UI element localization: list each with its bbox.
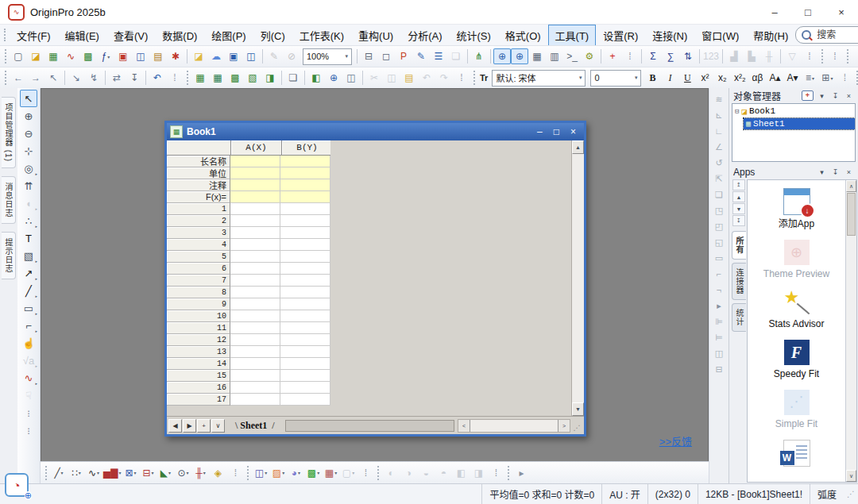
maximize-button[interactable]: □ — [791, 0, 825, 24]
cell[interactable] — [280, 156, 330, 167]
pin-icon[interactable]: ↧ — [830, 92, 841, 100]
cell[interactable] — [280, 263, 330, 275]
formula-bar-icon[interactable]: √a ▸ — [20, 352, 37, 369]
script-window-icon[interactable]: >_ — [563, 48, 581, 64]
open-icon[interactable]: ◪ — [190, 48, 207, 64]
front-back-icon[interactable]: ◫ — [712, 346, 726, 360]
toolbar-overflow-icon[interactable]: ⁞ — [487, 465, 504, 481]
undo-edit-icon[interactable]: ↶ — [418, 70, 435, 86]
book-window[interactable]: ▦ Book1 – □ × A(X) B( — [164, 121, 586, 437]
italic-icon[interactable]: I — [661, 70, 678, 86]
app-item-stats-advisor[interactable]: Stats Advisor — [757, 290, 837, 330]
cell[interactable] — [280, 298, 330, 310]
menu-plot[interactable]: 绘图(P) — [204, 25, 253, 46]
menu-preferences[interactable]: 设置(R) — [596, 25, 645, 46]
insert-graph-icon[interactable]: ∿ ▸ — [20, 369, 37, 387]
speed-mode-icon[interactable]: ⇱ — [712, 171, 726, 186]
row-header[interactable]: 14 — [167, 358, 230, 370]
cell[interactable] — [230, 370, 280, 382]
vertical-scroll-track[interactable] — [572, 154, 584, 402]
cell[interactable] — [230, 298, 280, 310]
scroll-up-icon[interactable]: ∧ — [846, 180, 856, 192]
app-item-theme-preview[interactable]: Theme Preview — [757, 240, 837, 280]
cell[interactable] — [280, 334, 330, 346]
scroll-right-icon[interactable]: > — [558, 420, 570, 432]
row-header[interactable]: 11 — [167, 322, 230, 334]
apps-prev-button[interactable]: ▲ — [732, 191, 745, 202]
sort-icon[interactable]: ⇅ — [679, 48, 697, 64]
dock-tab-message-log[interactable]: 消息日志 — [2, 176, 16, 224]
menu-connectivity[interactable]: 连接(N) — [645, 25, 694, 46]
3d-surface-graph-icon[interactable]: ▨ ▾ — [269, 465, 287, 481]
heatmap-graph-icon[interactable]: ▦ ▾ — [322, 465, 339, 481]
alignment-icon[interactable]: ≡ ▾ — [801, 70, 818, 86]
toolbar-overflow-icon[interactable]: ⁞ — [621, 48, 639, 64]
row-header[interactable]: 4 — [167, 239, 230, 251]
toolbar-overflow-icon[interactable]: ⁞ — [836, 70, 853, 86]
chevron-down-icon[interactable]: ▾ — [817, 92, 827, 100]
linear-scale-icon[interactable]: ∟ — [712, 124, 726, 138]
menu-data[interactable]: 数据(D) — [155, 25, 204, 46]
transpose-icon[interactable]: ◨ — [261, 70, 279, 86]
metadata-browser-icon[interactable]: ▥ — [546, 48, 563, 64]
increase-font-icon[interactable]: A▴ — [766, 70, 783, 86]
screen-reader-tool-icon[interactable]: ⊹ — [20, 142, 37, 160]
row-header[interactable]: 长名称 — [167, 156, 230, 167]
span-tool-icon[interactable]: ⌐ ▸ — [20, 317, 37, 334]
rescale-icon[interactable]: ≋ — [712, 92, 726, 106]
menu-statistics[interactable]: 统计(S) — [449, 25, 497, 46]
layer-panel-icon[interactable]: ❏ — [712, 187, 726, 202]
menu-window[interactable]: 窗口(W) — [694, 25, 746, 46]
cell[interactable] — [280, 215, 330, 227]
toolbar-overflow-icon[interactable]: ⁞ — [801, 48, 818, 64]
multi-panel-graph-icon[interactable]: ⊠ ▾ — [122, 465, 139, 481]
new-report-icon[interactable]: ✱ — [167, 48, 184, 64]
folder-browser-icon[interactable]: ⊕ — [493, 48, 511, 64]
vertical-scrollbar[interactable]: ▲ ▼ — [571, 140, 584, 416]
sheet-tab[interactable]: Sheet1 — [226, 419, 284, 433]
unmask-range-icon[interactable]: ◑ — [400, 465, 417, 481]
reimport-icon[interactable]: ⇄ — [108, 70, 126, 86]
cell[interactable] — [230, 382, 280, 394]
tree-item-sheet1[interactable]: ▦ Sheet1 — [744, 118, 855, 129]
row-header[interactable]: 单位 — [167, 167, 230, 179]
apps-tab-all[interactable]: 所有 — [732, 231, 746, 260]
border-icon[interactable]: ⊞ ▾ — [818, 70, 836, 86]
duplicate-book-icon[interactable]: ❏ — [284, 70, 302, 86]
move-columns-icon[interactable]: ◧ — [307, 70, 325, 86]
pointer-cancel-icon[interactable]: ↖ — [44, 70, 62, 86]
menu-file[interactable]: 文件(F) — [10, 25, 58, 46]
contour-graph-icon[interactable]: ▩ ▾ — [304, 465, 322, 481]
cell[interactable] — [230, 167, 280, 179]
zoom-combobox[interactable]: 100% ▾ — [303, 48, 352, 65]
mask-tool-icon[interactable]: ◖ ▸ — [20, 194, 37, 212]
arrange-windows-icon[interactable]: ❏ — [447, 48, 465, 64]
corner-cell[interactable] — [167, 140, 231, 156]
import-single-ascii-icon[interactable]: ↯ — [85, 70, 102, 86]
hide-masked-icon[interactable]: ◧ — [452, 465, 470, 481]
menu-worksheet[interactable]: 工作表(K) — [292, 25, 351, 46]
search-input[interactable] — [815, 29, 858, 41]
toolbar-overflow-icon[interactable]: ⁝ — [20, 404, 37, 421]
cell[interactable] — [280, 370, 330, 382]
cell[interactable] — [280, 346, 330, 358]
import-wizard-icon[interactable]: ↘ — [68, 70, 85, 86]
apps-tab-connectors[interactable]: 连接器 — [732, 263, 746, 300]
axis-zoom-icon[interactable]: ∠ — [712, 140, 726, 154]
spark-lines-icon[interactable]: ╫ — [760, 48, 778, 64]
row-header[interactable]: 2 — [167, 215, 230, 227]
cell[interactable] — [230, 310, 280, 322]
cell[interactable] — [230, 156, 280, 167]
import-excel-icon[interactable]: ▦ — [209, 70, 226, 86]
zoom-out-tool-icon[interactable]: ⊖ — [20, 125, 37, 142]
cell[interactable] — [230, 263, 280, 275]
toolbar-overflow-icon[interactable]: ⁞ — [453, 70, 470, 86]
apps-last-button[interactable]: ↧ — [732, 215, 745, 226]
subscript-icon[interactable]: x₂ — [713, 70, 731, 86]
video-builder-icon[interactable]: ⊘ — [283, 48, 300, 64]
add-comment-icon[interactable]: + — [802, 90, 814, 101]
menu-help[interactable]: 帮助(H) — [746, 25, 795, 46]
data-filter-icon[interactable]: ▽ — [783, 48, 801, 64]
cell[interactable] — [280, 275, 330, 287]
save-as-icon[interactable]: ◫ — [242, 48, 260, 64]
